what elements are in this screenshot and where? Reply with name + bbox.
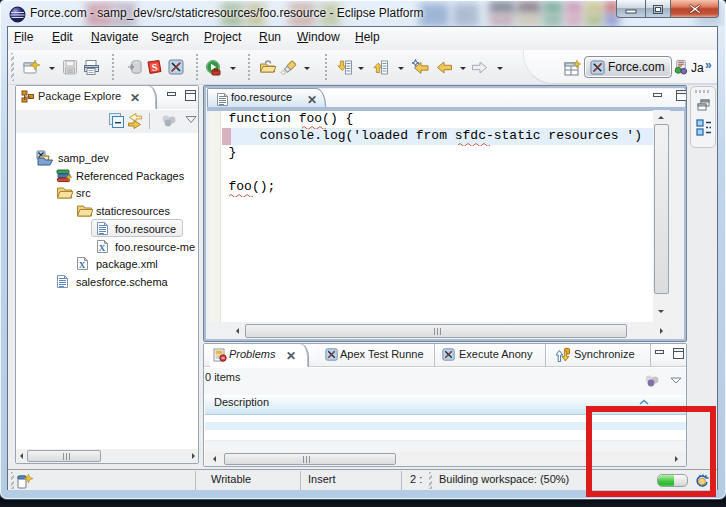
svg-text:X: X (79, 260, 86, 270)
svg-text:X: X (99, 243, 106, 253)
